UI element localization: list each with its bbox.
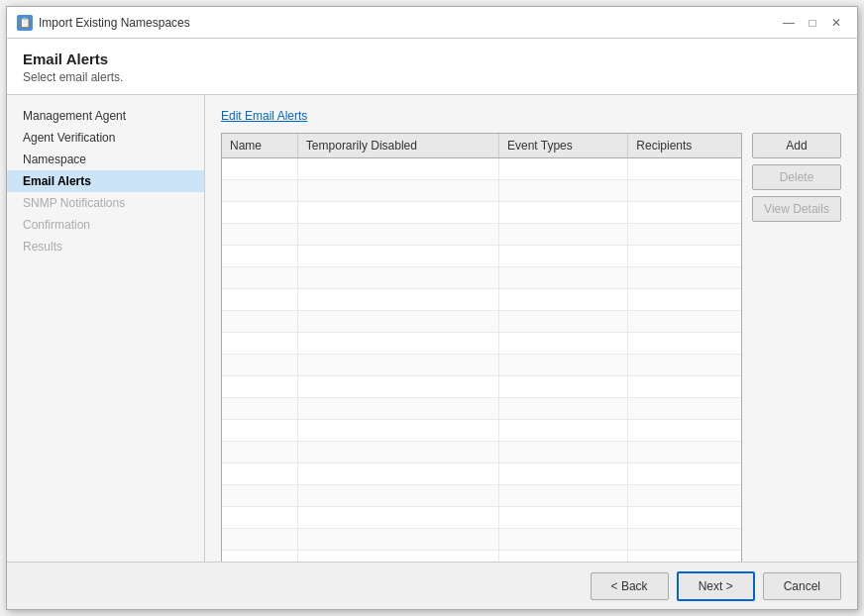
table-container: Name Temporarily Disabled Event Types Re… <box>221 133 742 562</box>
sidebar-item-management-agent[interactable]: Management Agent <box>7 105 204 127</box>
table-row <box>222 420 741 442</box>
header-section: Email Alerts Select email alerts. <box>7 39 857 95</box>
cancel-button[interactable]: Cancel <box>763 572 841 600</box>
table-row <box>222 398 741 420</box>
page-title: Email Alerts <box>23 51 841 67</box>
table-header-row: Name Temporarily Disabled Event Types Re… <box>222 134 741 158</box>
next-button[interactable]: Next > <box>677 571 755 601</box>
table-and-buttons: Name Temporarily Disabled Event Types Re… <box>221 133 841 562</box>
back-button[interactable]: < Back <box>591 572 669 600</box>
maximize-button[interactable]: □ <box>802 12 823 34</box>
title-bar-left: 📋 Import Existing Namespaces <box>17 15 190 31</box>
main-window: 📋 Import Existing Namespaces — □ ✕ Email… <box>6 6 858 610</box>
col-recipients: Recipients <box>628 134 741 158</box>
table-row <box>222 463 741 485</box>
page-subtitle: Select email alerts. <box>23 70 841 84</box>
col-event-types: Event Types <box>498 134 627 158</box>
table-row <box>222 333 741 355</box>
window-title: Import Existing Namespaces <box>39 16 190 30</box>
table-row <box>222 376 741 398</box>
title-controls: — □ ✕ <box>778 12 847 34</box>
col-temporarily-disabled: Temporarily Disabled <box>297 134 498 158</box>
table-body <box>222 158 741 563</box>
table-row <box>222 158 741 180</box>
add-button[interactable]: Add <box>752 133 841 158</box>
table-row <box>222 551 741 563</box>
sidebar-item-namespace[interactable]: Namespace <box>7 149 204 170</box>
window-icon: 📋 <box>17 15 33 31</box>
table-row <box>222 224 741 246</box>
sidebar-item-email-alerts[interactable]: Email Alerts <box>7 170 204 192</box>
view-details-button[interactable]: View Details <box>752 196 841 222</box>
sidebar-item-snmp-notifications: SNMP Notifications <box>7 192 204 214</box>
footer: < Back Next > Cancel <box>7 562 857 609</box>
col-name: Name <box>222 134 297 158</box>
table-row <box>222 507 741 529</box>
close-button[interactable]: ✕ <box>825 12 847 34</box>
table-row <box>222 529 741 551</box>
delete-button[interactable]: Delete <box>752 164 841 190</box>
sidebar: Management AgentAgent VerificationNamesp… <box>7 95 205 562</box>
table-row <box>222 311 741 333</box>
main-panel: Edit Email Alerts Name Temporarily Disab… <box>205 95 857 562</box>
table-row <box>222 355 741 376</box>
sidebar-item-agent-verification[interactable]: Agent Verification <box>7 127 204 149</box>
edit-email-alerts-link[interactable]: Edit Email Alerts <box>221 109 841 123</box>
table-row <box>222 485 741 507</box>
sidebar-item-confirmation: Confirmation <box>7 214 204 236</box>
table-row <box>222 267 741 289</box>
title-bar: 📋 Import Existing Namespaces — □ ✕ <box>7 7 857 39</box>
table-row <box>222 246 741 267</box>
table-row <box>222 202 741 224</box>
table-row <box>222 289 741 311</box>
email-alerts-table: Name Temporarily Disabled Event Types Re… <box>222 134 741 562</box>
content-area: Management AgentAgent VerificationNamesp… <box>7 95 857 562</box>
table-row <box>222 442 741 463</box>
buttons-panel: Add Delete View Details <box>752 133 841 562</box>
sidebar-item-results: Results <box>7 236 204 257</box>
table-row <box>222 180 741 202</box>
minimize-button[interactable]: — <box>778 12 800 34</box>
